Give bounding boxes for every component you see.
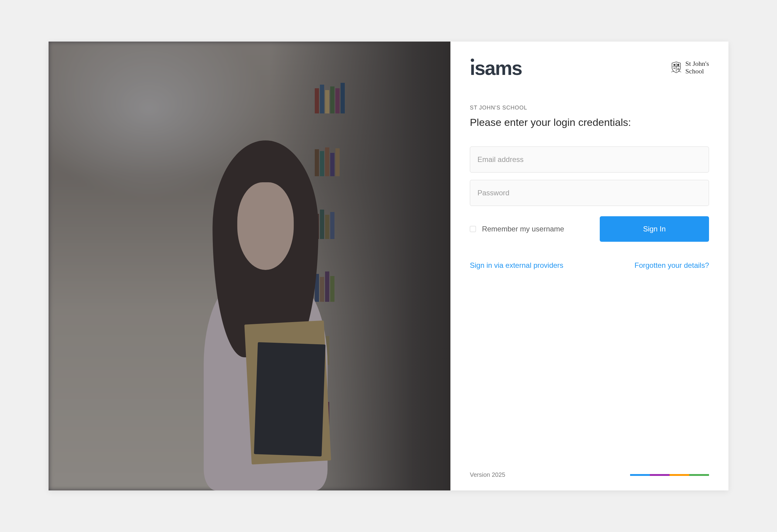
school-name-line2: School	[685, 67, 709, 75]
color-segment-2	[650, 474, 670, 476]
links-row: Sign in via external providers Forgotten…	[470, 261, 709, 270]
hero-image-panel	[48, 41, 450, 491]
remember-checkbox[interactable]	[470, 226, 476, 232]
action-row: Remember my username Sign In	[470, 216, 709, 242]
school-label: ST JOHN'S SCHOOL	[470, 105, 709, 111]
color-segment-1	[630, 474, 650, 476]
footer: Version 2025	[470, 471, 709, 478]
remember-label: Remember my username	[482, 225, 564, 233]
svg-rect-3	[677, 64, 679, 66]
color-segment-4	[689, 474, 709, 476]
school-name-line1: St John's	[685, 60, 709, 67]
logo-text: ısams	[470, 57, 522, 79]
school-name: St John's School	[685, 60, 709, 75]
color-bar	[630, 474, 709, 476]
shield-icon	[671, 61, 682, 74]
password-field[interactable]	[470, 180, 709, 206]
color-segment-3	[670, 474, 689, 476]
external-providers-link[interactable]: Sign in via external providers	[470, 261, 563, 270]
school-badge: St John's School	[671, 60, 709, 75]
svg-point-2	[674, 64, 675, 66]
remember-wrap: Remember my username	[470, 225, 564, 233]
email-field[interactable]	[470, 146, 709, 172]
login-container: ısams St John's School	[48, 41, 729, 491]
login-heading: Please enter your login credentials:	[470, 117, 709, 128]
header-row: ısams St John's School	[470, 60, 709, 77]
isams-logo: ısams	[470, 60, 522, 77]
signin-button[interactable]: Sign In	[600, 216, 709, 242]
login-form-panel: ısams St John's School	[450, 41, 729, 491]
forgotten-details-link[interactable]: Forgotten your details?	[635, 261, 709, 270]
version-text: Version 2025	[470, 471, 506, 478]
